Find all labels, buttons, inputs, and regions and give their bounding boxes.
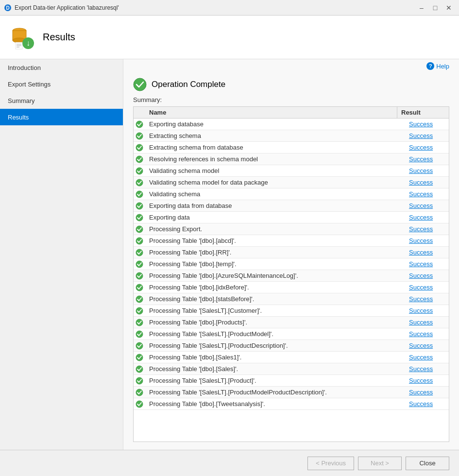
row-name: Processing Table '[dbo].[statsBefore]'. [145, 294, 405, 304]
table-row: Processing Export. Success [134, 223, 449, 235]
row-result[interactable]: Success [405, 399, 449, 409]
table-row: Processing Table '[dbo].[AzureSQLMainten… [134, 270, 449, 282]
th-icon-col [134, 107, 145, 118]
row-result[interactable]: Success [405, 329, 449, 339]
row-result[interactable]: Success [405, 352, 449, 362]
row-result[interactable]: Success [405, 282, 449, 292]
row-success-icon [134, 155, 145, 163]
title-bar: D Export Data-tier Application 'labazure… [0, 0, 459, 16]
window-controls: – □ ✕ [415, 3, 455, 13]
table-row: Resolving references in schema model Suc… [134, 153, 449, 165]
row-success-icon [134, 389, 145, 396]
row-result[interactable]: Success [405, 212, 449, 222]
row-result[interactable]: Success [405, 131, 449, 141]
operation-status-text: Operation Complete [152, 80, 225, 89]
row-result[interactable]: Success [405, 177, 449, 187]
sidebar-item-results[interactable]: Results [0, 109, 123, 125]
next-button[interactable]: Next > [358, 457, 402, 470]
table-row: Processing Table '[dbo].[idxBefore]'. Su… [134, 282, 449, 293]
th-result: Result [397, 107, 441, 118]
table-row: Processing Table '[dbo].[Tweetsanalysis]… [134, 398, 449, 410]
sidebar-item-introduction[interactable]: Introduction [0, 59, 123, 76]
row-success-icon [134, 249, 145, 256]
table-row: Processing Table '[dbo].[temp]'. Success [134, 258, 449, 270]
table-row: Validating schema model for data package… [134, 177, 449, 188]
row-success-icon [134, 295, 145, 303]
sidebar-item-export-settings[interactable]: Export Settings [0, 76, 123, 92]
row-result[interactable]: Success [405, 154, 449, 164]
row-name: Processing Table '[dbo].[abcd]'. [145, 236, 405, 246]
row-name: Validating schema [145, 189, 405, 199]
help-icon: ? [426, 62, 434, 70]
row-name: Processing Table '[SalesLT].[ProductMode… [145, 387, 405, 397]
content-panel: ? Help Operation Complete Summary: Name … [123, 59, 459, 450]
row-result[interactable]: Success [405, 142, 449, 153]
row-result[interactable]: Success [405, 294, 449, 304]
table-row: Processing Table '[SalesLT].[ProductDesc… [134, 340, 449, 352]
table-row: Validating schema Success [134, 188, 449, 200]
sidebar-item-summary[interactable]: Summary [0, 92, 123, 109]
row-success-icon [134, 365, 145, 373]
bottom-bar: < Previous Next > Close [0, 450, 459, 476]
table-row: Processing Table '[dbo].[Products]'. Suc… [134, 317, 449, 328]
row-success-icon [134, 214, 145, 221]
row-name: Processing Table '[dbo].[Products]'. [145, 317, 405, 327]
help-link[interactable]: ? Help [426, 62, 449, 70]
close-button-bottom[interactable]: Close [406, 457, 449, 470]
window-title: Export Data-tier Application 'labazuresq… [15, 4, 415, 11]
row-success-icon [134, 167, 145, 175]
operation-complete-header: Operation Complete [133, 78, 449, 91]
content-inner: Operation Complete Summary: Name Result [123, 70, 459, 450]
row-success-icon [134, 330, 145, 338]
row-result[interactable]: Success [405, 306, 449, 316]
row-name: Validating schema model [145, 166, 405, 176]
row-result[interactable]: Success [405, 317, 449, 327]
row-result[interactable]: Success [405, 201, 449, 211]
table-row: Processing Table '[SalesLT].[Customer]'.… [134, 305, 449, 317]
row-success-icon [134, 307, 145, 315]
row-result[interactable]: Success [405, 340, 449, 351]
close-button[interactable]: ✕ [442, 3, 455, 13]
row-name: Exporting data [145, 212, 405, 222]
row-name: Extracting schema [145, 131, 405, 141]
minimize-button[interactable]: – [415, 3, 428, 13]
row-result[interactable]: Success [405, 375, 449, 386]
row-result[interactable]: Success [405, 236, 449, 246]
app-icon: D [4, 4, 12, 12]
row-result[interactable]: Success [405, 119, 449, 129]
row-result[interactable]: Success [405, 189, 449, 199]
table-row: Processing Table '[dbo].[Sales]'. Succes… [134, 363, 449, 375]
row-name: Exporting database [145, 119, 405, 129]
row-name: Processing Table '[SalesLT].[ProductDesc… [145, 340, 405, 351]
row-result[interactable]: Success [405, 166, 449, 176]
row-name: Validating schema model for data package [145, 177, 405, 187]
row-result[interactable]: Success [405, 247, 449, 257]
table-row: Extracting schema from database Success [134, 142, 449, 153]
previous-button[interactable]: < Previous [307, 457, 354, 470]
help-bar: ? Help [123, 59, 459, 70]
th-name: Name [145, 107, 397, 118]
row-name: Processing Table '[SalesLT].[Product]'. [145, 375, 405, 386]
row-result[interactable]: Success [405, 387, 449, 397]
svg-text:↓: ↓ [26, 39, 30, 47]
row-name: Processing Table '[dbo].[idxBefore]'. [145, 282, 405, 292]
row-result[interactable]: Success [405, 271, 449, 281]
table-row: Processing Table '[dbo].[abcd]'. Success [134, 235, 449, 247]
row-name: Processing Export. [145, 224, 405, 234]
summary-label: Summary: [133, 96, 449, 103]
row-name: Processing Table '[SalesLT].[ProductMode… [145, 329, 405, 339]
row-result[interactable]: Success [405, 364, 449, 374]
header: ↓ Results [0, 16, 459, 59]
row-result[interactable]: Success [405, 224, 449, 234]
row-success-icon [134, 377, 145, 385]
success-icon [133, 78, 147, 91]
table-row: Exporting database Success [134, 119, 449, 130]
maximize-button[interactable]: □ [429, 3, 442, 13]
table-body[interactable]: Exporting database Success Extracting sc… [134, 119, 449, 442]
row-name: Exporting data from database [145, 201, 405, 211]
table-row: Exporting data Success [134, 212, 449, 223]
table-header: Name Result [134, 107, 449, 119]
row-success-icon [134, 272, 145, 280]
header-icon: ↓ [10, 25, 35, 50]
row-result[interactable]: Success [405, 259, 449, 269]
